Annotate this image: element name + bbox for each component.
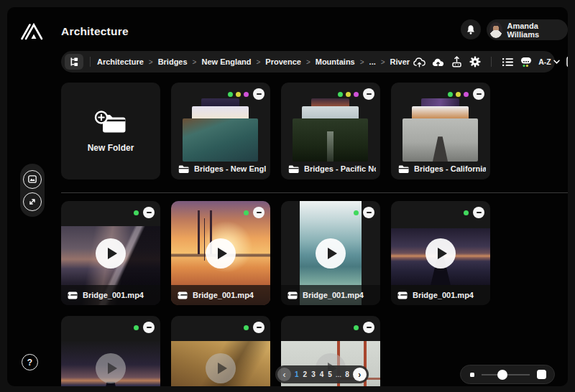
cloud-upload-button[interactable] xyxy=(411,54,427,70)
transfer-button[interactable] xyxy=(23,192,42,211)
status-dot-green xyxy=(464,210,469,215)
slider-track[interactable] xyxy=(482,374,530,375)
play-button[interactable] xyxy=(96,238,126,269)
list-view-button[interactable] xyxy=(500,54,515,70)
status-dot-green xyxy=(134,325,139,330)
video-card[interactable]: Bridge_001.mp4 xyxy=(281,201,380,305)
video-filename: Bridge_001.mp4 xyxy=(83,291,144,299)
video-card[interactable]: Bridge_001.mp4 xyxy=(61,201,160,305)
play-button[interactable] xyxy=(316,238,346,269)
cloud-upload-filled-button[interactable] xyxy=(430,54,446,70)
video-filename: Bridge_001.mp4 xyxy=(193,291,254,299)
sort-dropdown[interactable]: A-Z xyxy=(538,57,560,66)
breadcrumb-item[interactable]: New England xyxy=(201,57,251,66)
pagination-ellipsis: ... xyxy=(336,370,341,378)
share-device-button[interactable] xyxy=(448,54,464,70)
more-options-button[interactable] xyxy=(253,322,264,333)
video-card[interactable]: Bridge_001.mp4 xyxy=(171,201,270,305)
video-file-icon xyxy=(288,291,298,299)
video-card[interactable] xyxy=(171,316,270,386)
storage-status-button[interactable] xyxy=(518,54,534,70)
pagination-page-1[interactable]: 1 xyxy=(294,370,300,378)
folder-name: Bridges - Pacific Northw... xyxy=(304,164,376,173)
new-folder-button[interactable]: New Folder xyxy=(61,83,160,179)
play-button[interactable] xyxy=(96,353,126,383)
preview-image xyxy=(183,118,258,162)
tree-view-icon xyxy=(70,57,79,67)
pagination-next-button[interactable]: › xyxy=(353,368,367,381)
breadcrumb-separator: > xyxy=(149,58,153,66)
transfer-icon xyxy=(28,197,37,206)
chevron-down-icon xyxy=(553,60,560,64)
breadcrumb-item[interactable]: River xyxy=(390,57,410,66)
breadcrumb-item[interactable]: Mountains xyxy=(316,57,355,66)
thumbnail-size-large-icon[interactable] xyxy=(537,370,546,379)
breadcrumb-separator: > xyxy=(381,58,385,66)
more-options-button[interactable] xyxy=(143,207,155,218)
video-card[interactable] xyxy=(61,316,160,386)
storage-status-icon xyxy=(520,57,532,67)
more-options-button[interactable] xyxy=(143,322,155,333)
pagination-page-3[interactable]: 3 xyxy=(310,370,316,378)
play-button[interactable] xyxy=(206,353,236,383)
video-filename: Bridge_001.mp4 xyxy=(413,291,474,299)
details-panel-button[interactable] xyxy=(564,54,568,70)
pagination-prev-button[interactable]: ‹ xyxy=(277,368,291,381)
details-panel-icon xyxy=(566,56,568,67)
folder-icon xyxy=(178,165,189,173)
more-options-button[interactable] xyxy=(473,88,484,100)
more-options-button[interactable] xyxy=(363,322,374,333)
slider-knob[interactable] xyxy=(497,370,507,380)
status-dot-green xyxy=(354,325,359,330)
play-button[interactable] xyxy=(426,238,456,269)
user-name: Amanda Williams xyxy=(507,22,559,39)
play-button[interactable] xyxy=(206,238,236,269)
breadcrumb-item[interactable]: Provence xyxy=(265,57,301,66)
breadcrumb-toolbar: Architecture > Bridges > New England > P… xyxy=(61,51,555,73)
new-folder-icon xyxy=(93,110,128,136)
tag-dot-magenta xyxy=(464,92,469,97)
folder-card[interactable]: Bridges - New England xyxy=(171,83,270,179)
app-window: Architecture Amanda Williams xyxy=(7,7,568,386)
videos-row: Bridge_001.mp4 Bridge_001.mp4 xyxy=(61,201,490,305)
section-divider xyxy=(61,192,568,193)
notifications-button[interactable] xyxy=(461,19,481,39)
folder-badges xyxy=(228,88,264,100)
video-card[interactable]: Bridge_001.mp4 xyxy=(391,201,490,305)
breadcrumb-item[interactable]: Architecture xyxy=(97,57,144,66)
settings-button[interactable] xyxy=(467,54,483,70)
help-button[interactable]: ? xyxy=(22,354,38,370)
video-file-icon xyxy=(397,291,408,299)
more-options-button[interactable] xyxy=(253,207,264,218)
folder-card[interactable]: Bridges - Pacific Northw... xyxy=(281,83,380,179)
thumbnail-size-slider xyxy=(460,365,555,384)
folder-name: Bridges - California xyxy=(414,164,486,173)
pagination-page-8[interactable]: 8 xyxy=(344,370,350,378)
tag-dot-yellow xyxy=(456,92,461,97)
folder-card[interactable]: Bridges - California xyxy=(391,83,490,179)
pagination-page-5[interactable]: 5 xyxy=(327,370,333,378)
more-options-button[interactable] xyxy=(253,88,264,100)
breadcrumb-separator: > xyxy=(306,58,310,66)
user-menu[interactable]: Amanda Williams xyxy=(487,19,568,40)
tag-dot-green xyxy=(228,92,233,97)
media-library-button[interactable] xyxy=(23,170,42,189)
toolbar-divider xyxy=(491,57,492,67)
pagination-page-2[interactable]: 2 xyxy=(303,370,308,378)
app-logo-icon[interactable] xyxy=(20,19,45,42)
tag-dot-green xyxy=(448,92,453,97)
tag-dot-magenta xyxy=(354,92,359,97)
breadcrumb-separator: > xyxy=(257,58,261,66)
breadcrumb-item[interactable]: Bridges xyxy=(158,57,188,66)
breadcrumb-separator: > xyxy=(193,58,197,66)
more-options-button[interactable] xyxy=(473,207,484,218)
pagination-page-4[interactable]: 4 xyxy=(319,370,325,378)
thumbnail-size-small-icon[interactable] xyxy=(470,373,474,377)
cloud-upload-filled-icon xyxy=(432,57,444,67)
breadcrumb-item-collapsed[interactable]: ... xyxy=(369,57,376,66)
more-options-button[interactable] xyxy=(363,207,374,218)
more-options-button[interactable] xyxy=(363,88,374,100)
tag-dot-magenta xyxy=(244,92,249,97)
cloud-upload-outline-icon xyxy=(413,57,426,67)
tree-view-button[interactable] xyxy=(65,54,83,70)
